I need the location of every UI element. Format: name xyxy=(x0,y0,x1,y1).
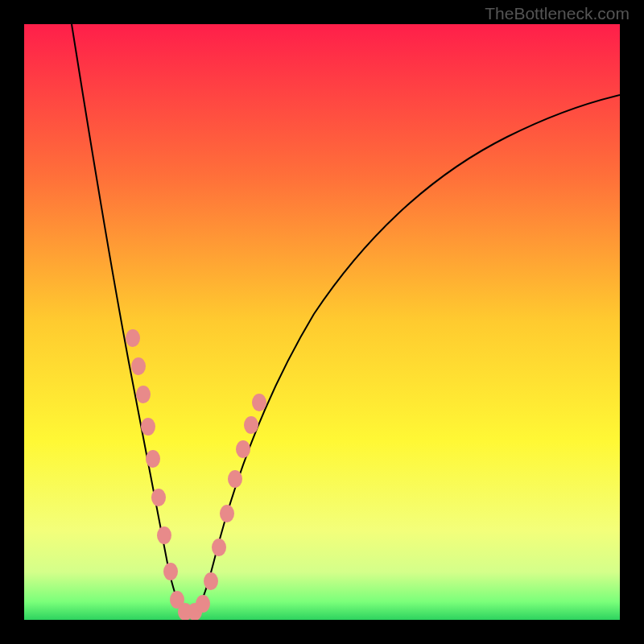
data-point xyxy=(157,526,171,544)
data-points-group xyxy=(126,329,266,620)
data-point xyxy=(196,595,210,613)
data-point xyxy=(204,572,218,590)
data-point xyxy=(220,505,234,522)
chart-area xyxy=(24,24,620,620)
data-point xyxy=(136,386,151,403)
data-point xyxy=(228,470,242,488)
data-point xyxy=(212,539,226,556)
data-point xyxy=(252,394,266,411)
curve-path xyxy=(72,24,620,613)
data-point xyxy=(244,416,258,434)
bottleneck-curve-svg xyxy=(24,24,620,620)
data-point xyxy=(146,450,160,468)
data-point xyxy=(236,440,250,458)
data-point xyxy=(151,489,166,506)
watermark-text: TheBottleneck.com xyxy=(485,4,630,23)
data-point xyxy=(126,329,140,347)
data-point xyxy=(163,563,178,580)
data-point xyxy=(131,357,146,375)
data-point xyxy=(141,418,155,436)
